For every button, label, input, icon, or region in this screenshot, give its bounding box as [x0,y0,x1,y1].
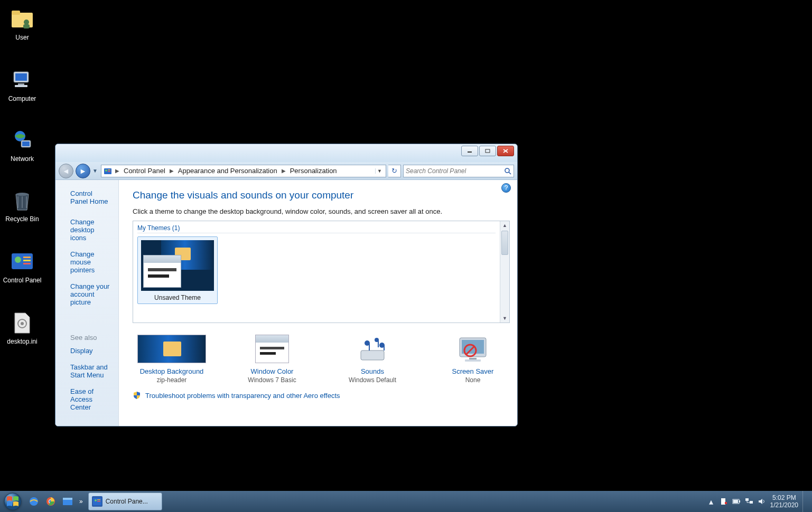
svg-rect-51 [721,498,725,505]
desktop-icon-label: Network [1,155,43,163]
sidebar-link-mouse-pointers[interactable]: Change mouse pointers [70,250,110,274]
sidebar-home-link[interactable]: Control Panel Home [70,189,110,205]
scroll-up-button[interactable]: ▲ [500,221,509,230]
svg-rect-24 [108,171,110,172]
svg-point-13 [15,257,21,263]
sidebar-link-taskbar[interactable]: Taskbar and Start Menu [70,363,110,379]
breadcrumb-item[interactable]: Control Panel [123,167,166,175]
q-sub: Windows 7 Basic [235,376,309,384]
pinned-chrome[interactable] [43,494,58,509]
svg-rect-32 [378,340,379,347]
q-sub: None [436,376,510,384]
chevron-right-icon: ▶ [167,168,176,174]
taskbar-overflow[interactable]: » [76,498,86,505]
search-input[interactable] [406,167,504,175]
search-icon[interactable] [504,167,511,175]
clock-date: 1/21/2020 [770,501,798,509]
q-title: Screen Saver [436,367,510,375]
desktop-background-thumb [137,335,206,363]
svg-rect-10 [22,141,30,146]
desktop-icon-user[interactable]: User [1,6,43,41]
pinned-explorer[interactable] [60,494,75,509]
tray-overflow-button[interactable]: ▴ [706,497,716,506]
screen-saver-thumb [438,335,507,363]
show-desktop-button[interactable] [802,491,810,512]
close-button[interactable] [497,146,514,156]
svg-rect-56 [745,498,749,501]
desktop-background-link[interactable]: Desktop Background zip-header [135,335,209,384]
sounds-link[interactable]: Sounds Windows Default [335,335,409,384]
page-title: Change the visuals and sounds on your co… [133,189,510,201]
breadcrumb-item[interactable]: Appearance and Personalization [177,167,278,175]
svg-rect-27 [361,350,384,360]
themes-listbox: My Themes (1) Unsaved Theme ▲ ▼ [133,221,510,323]
nav-back-button[interactable]: ◄ [59,164,73,178]
theme-label: Unsaved Theme [141,294,214,301]
svg-rect-19 [468,151,472,153]
svg-rect-0 [12,13,33,27]
svg-point-25 [505,168,509,173]
svg-rect-37 [465,359,481,362]
sidebar-link-account-picture[interactable]: Change your account picture [70,282,110,306]
q-sub: zip-header [135,376,209,384]
desktop-icon-network[interactable]: Network [1,128,43,163]
sidebar-seealso-label: See also [70,334,110,342]
nav-forward-button[interactable]: ► [76,164,90,178]
svg-point-48 [95,499,97,501]
svg-rect-50 [97,501,100,502]
sidebar-link-desktop-icons[interactable]: Change desktop icons [70,218,110,242]
help-button[interactable]: ? [501,183,511,193]
breadcrumb-item[interactable]: Personalization [289,167,338,175]
svg-rect-36 [469,358,477,359]
desktop-icon-controlpanel[interactable]: Control Panel [1,249,43,284]
svg-rect-23 [108,169,110,170]
controlpanel-icon [10,249,35,274]
window-color-link[interactable]: Window Color Windows 7 Basic [235,335,309,384]
desktop-icon-recyclebin[interactable]: Recycle Bin [1,188,43,223]
clock-time: 5:02 PM [770,494,798,501]
refresh-button[interactable]: ↻ [388,165,401,177]
maximize-button[interactable] [479,146,496,156]
themes-scrollbar[interactable]: ▲ ▼ [500,221,509,323]
address-bar: ◄ ► ▼ ▶ Control Panel ▶ Appearance and P… [55,162,517,180]
page-description: Click a theme to change the desktop back… [133,207,510,215]
desktop-icon-label: User [1,34,43,41]
scroll-down-button[interactable]: ▼ [500,314,509,323]
pinned-ie[interactable] [26,494,41,509]
theme-item[interactable]: Unsaved Theme [137,236,218,304]
nav-history-dropdown[interactable]: ▼ [92,168,99,174]
svg-rect-54 [739,500,740,502]
screen-saver-link[interactable]: Screen Saver None [436,335,510,384]
tray-volume-icon[interactable] [757,497,767,506]
svg-point-18 [21,322,24,325]
tray-network-icon[interactable] [744,497,754,506]
recyclebin-icon [10,188,35,213]
start-button[interactable] [0,491,25,512]
shield-icon [133,391,141,400]
search-box[interactable] [403,165,514,177]
tray-action-center-icon[interactable] [719,497,729,506]
chevron-right-icon: ▶ [279,168,288,174]
svg-rect-52 [725,502,727,504]
desktop-icon-desktopini[interactable]: desktop.ini [1,310,43,345]
desktop-icon-computer[interactable]: Computer [1,68,43,102]
scroll-thumb[interactable] [501,231,508,255]
svg-rect-46 [63,498,72,500]
sidebar-link-display[interactable]: Display [70,347,110,355]
breadcrumb[interactable]: ▶ Control Panel ▶ Appearance and Persona… [101,165,386,177]
controlpanel-icon [92,496,102,507]
taskbar-item-controlpanel[interactable]: Control Pane... [88,492,162,510]
minimize-button[interactable] [461,146,478,156]
tray-clock[interactable]: 5:02 PM 1/21/2020 [768,494,802,509]
svg-point-40 [4,493,21,510]
titlebar[interactable] [55,144,517,162]
breadcrumb-dropdown[interactable]: ▼ [375,168,384,174]
sidebar-link-ease-of-access[interactable]: Ease of Access Center [70,387,110,411]
window-color-thumb [255,335,289,363]
svg-point-2 [24,20,29,25]
breadcrumb-root-icon [104,167,112,175]
svg-rect-33 [384,345,385,350]
tray-power-icon[interactable] [732,497,741,506]
troubleshoot-link[interactable]: Troubleshoot problems with transparency … [145,392,340,400]
folder-user-icon [10,6,35,32]
